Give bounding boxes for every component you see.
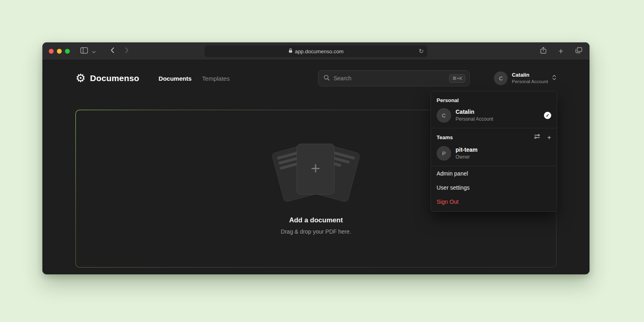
brand-title: Documenso [90,73,139,83]
chevron-right-icon [125,47,129,55]
toolbar-right-group: + [539,46,583,57]
new-tab-button[interactable]: + [556,46,565,57]
menu-divider [431,128,557,128]
sliders-icon [534,133,540,141]
back-button[interactable] [108,46,117,57]
documenso-logo-icon: ⚙ [75,73,86,84]
search-shortcut-badge: ⌘+K [449,74,466,83]
menu-item-sign-out[interactable]: Sign Out [431,195,557,209]
team-name: pit-team [456,146,477,154]
tab-group-menu-button[interactable] [89,46,98,57]
tab-overview-button[interactable] [574,46,583,57]
menu-item-team[interactable]: P pit-team Owner [431,144,557,165]
menu-item-user-settings[interactable]: User settings [431,181,557,195]
create-team-button[interactable]: + [547,134,551,141]
chevron-left-icon [111,47,114,55]
nav-item-templates[interactable]: Templates [202,75,230,82]
plus-icon: + [558,47,563,55]
dropzone-title: Add a document [289,216,343,224]
tabs-icon [575,47,582,55]
account-menu-trigger[interactable]: C Catalin Personal Account [494,71,556,85]
account-dropdown-menu: Personal C Catalin Personal Account ✓ Te… [431,91,557,212]
share-button[interactable] [539,46,548,57]
document-card-center: + [297,144,335,194]
address-bar[interactable]: app.documenso.com ↻ [205,45,427,57]
address-url: app.documenso.com [295,48,344,54]
menu-item-admin-panel[interactable]: Admin panel [431,167,557,181]
app-page: ⚙ Documenso Documents Templates ⌘+K C Ca… [42,60,590,274]
plus-icon: + [547,134,551,141]
sidebar-icon [80,47,88,55]
close-window-button[interactable] [49,49,54,54]
refresh-button[interactable]: ↻ [418,48,424,54]
browser-window: app.documenso.com ↻ + ⚙ Documen [42,42,590,274]
traffic-lights [49,49,70,54]
chevron-updown-icon [552,74,556,82]
forward-button[interactable] [122,46,131,57]
personal-section-label: Personal [431,93,557,107]
manage-teams-button[interactable] [534,133,540,141]
share-icon [540,47,546,56]
menu-item-personal-account[interactable]: C Catalin Personal Account ✓ [431,107,557,128]
teams-actions: + [534,133,551,141]
team-role: Owner [456,154,477,160]
account-type: Personal Account [512,79,548,85]
plus-icon: + [311,160,320,176]
zoom-window-button[interactable] [65,49,70,54]
dropzone-subtitle: Drag & drop your PDF here. [281,228,351,235]
personal-avatar: C [437,108,451,123]
nav-item-documents[interactable]: Documents [159,75,192,82]
menu-divider [431,166,557,166]
teams-section-header: Teams + [431,129,557,144]
documents-illustration: + [271,143,361,203]
teams-section-label: Teams [437,134,453,140]
team-avatar: P [437,146,451,161]
personal-subtitle: Personal Account [456,116,493,122]
primary-nav: Documents Templates [159,75,230,82]
search-icon [324,75,330,82]
account-name: Catalin [512,72,548,79]
personal-name: Catalin [456,108,493,116]
search-input[interactable] [333,75,445,82]
chevron-down-icon [92,48,96,55]
minimize-window-button[interactable] [57,49,62,54]
selected-check-icon: ✓ [544,112,551,119]
lock-icon [289,48,293,54]
browser-toolbar: app.documenso.com ↻ + [42,42,590,60]
sidebar-toggle-button[interactable] [79,46,88,57]
account-avatar: C [494,71,508,85]
search-box[interactable]: ⌘+K [318,70,470,86]
brand-home-link[interactable]: ⚙ Documenso [75,73,139,84]
